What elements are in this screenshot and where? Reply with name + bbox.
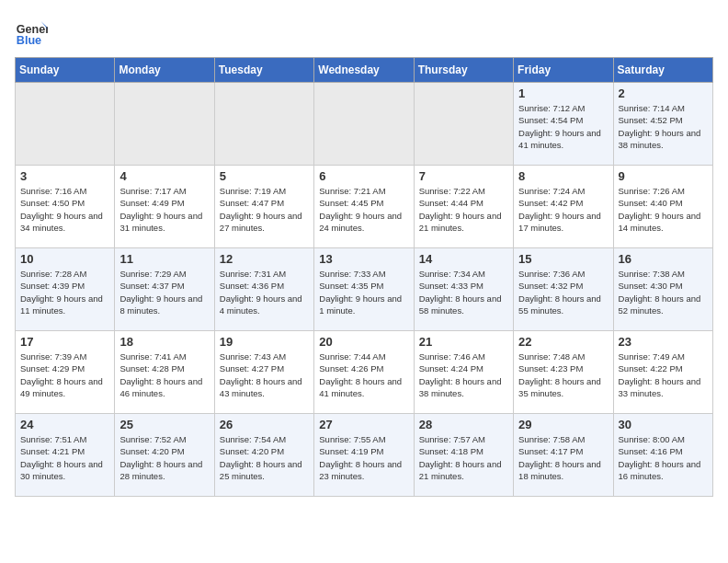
weekday-header: Monday <box>115 58 214 83</box>
day-info: Sunrise: 7:52 AM Sunset: 4:20 PM Dayligh… <box>119 433 209 482</box>
day-number: 20 <box>319 335 408 349</box>
logo: General Blue <box>15 15 51 48</box>
day-info: Sunrise: 7:46 AM Sunset: 4:24 PM Dayligh… <box>419 350 508 399</box>
day-info: Sunrise: 7:12 AM Sunset: 4:54 PM Dayligh… <box>518 102 608 151</box>
day-info: Sunrise: 7:24 AM Sunset: 4:42 PM Dayligh… <box>518 185 608 234</box>
day-number: 3 <box>20 169 109 183</box>
day-info: Sunrise: 7:33 AM Sunset: 4:35 PM Dayligh… <box>319 268 408 316</box>
day-number: 21 <box>419 335 508 349</box>
day-info: Sunrise: 7:48 AM Sunset: 4:23 PM Dayligh… <box>518 350 608 399</box>
calendar-day-cell <box>16 83 115 166</box>
day-number: 26 <box>220 418 309 431</box>
day-info: Sunrise: 7:49 AM Sunset: 4:22 PM Dayligh… <box>619 350 708 399</box>
calendar-day-cell: 2Sunrise: 7:14 AM Sunset: 4:52 PM Daylig… <box>613 83 712 166</box>
day-info: Sunrise: 7:17 AM Sunset: 4:49 PM Dayligh… <box>119 185 209 234</box>
day-info: Sunrise: 7:41 AM Sunset: 4:28 PM Dayligh… <box>119 350 209 399</box>
day-info: Sunrise: 7:43 AM Sunset: 4:27 PM Dayligh… <box>220 350 309 399</box>
calendar-day-cell: 23Sunrise: 7:49 AM Sunset: 4:22 PM Dayli… <box>613 331 712 414</box>
calendar-week-row: 3Sunrise: 7:16 AM Sunset: 4:50 PM Daylig… <box>16 166 713 248</box>
calendar-day-cell: 18Sunrise: 7:41 AM Sunset: 4:28 PM Dayli… <box>115 331 214 414</box>
day-number: 14 <box>419 252 508 266</box>
day-number: 9 <box>619 169 708 183</box>
day-number: 1 <box>518 86 608 100</box>
calendar-day-cell: 1Sunrise: 7:12 AM Sunset: 4:54 PM Daylig… <box>514 83 613 166</box>
day-number: 2 <box>619 86 708 100</box>
day-info: Sunrise: 7:29 AM Sunset: 4:37 PM Dayligh… <box>119 268 209 316</box>
day-number: 10 <box>20 252 109 266</box>
calendar-day-cell <box>314 83 414 166</box>
day-number: 15 <box>518 252 608 266</box>
day-number: 17 <box>20 335 109 349</box>
calendar-day-cell <box>214 83 313 166</box>
calendar-week-row: 17Sunrise: 7:39 AM Sunset: 4:29 PM Dayli… <box>16 331 713 414</box>
day-info: Sunrise: 7:39 AM Sunset: 4:29 PM Dayligh… <box>20 350 109 399</box>
page-header: General Blue <box>15 15 713 48</box>
day-info: Sunrise: 8:00 AM Sunset: 4:16 PM Dayligh… <box>619 433 708 482</box>
calendar-day-cell: 20Sunrise: 7:44 AM Sunset: 4:26 PM Dayli… <box>314 331 414 414</box>
calendar-day-cell: 17Sunrise: 7:39 AM Sunset: 4:29 PM Dayli… <box>16 331 115 414</box>
day-info: Sunrise: 7:36 AM Sunset: 4:32 PM Dayligh… <box>518 268 608 316</box>
weekday-header: Friday <box>514 58 613 83</box>
day-number: 29 <box>518 418 608 431</box>
calendar-day-cell: 14Sunrise: 7:34 AM Sunset: 4:33 PM Dayli… <box>414 248 513 331</box>
calendar-day-cell <box>414 83 513 166</box>
day-info: Sunrise: 7:31 AM Sunset: 4:36 PM Dayligh… <box>220 268 309 316</box>
calendar-day-cell: 30Sunrise: 8:00 AM Sunset: 4:16 PM Dayli… <box>613 414 712 497</box>
calendar-day-cell: 15Sunrise: 7:36 AM Sunset: 4:32 PM Dayli… <box>514 248 613 331</box>
calendar-day-cell: 5Sunrise: 7:19 AM Sunset: 4:47 PM Daylig… <box>214 166 313 248</box>
weekday-header: Sunday <box>16 58 115 83</box>
day-info: Sunrise: 7:19 AM Sunset: 4:47 PM Dayligh… <box>220 185 309 234</box>
day-info: Sunrise: 7:44 AM Sunset: 4:26 PM Dayligh… <box>319 350 408 399</box>
calendar-week-row: 24Sunrise: 7:51 AM Sunset: 4:21 PM Dayli… <box>16 414 713 497</box>
calendar-table: SundayMondayTuesdayWednesdayThursdayFrid… <box>15 57 713 497</box>
day-number: 25 <box>119 418 209 431</box>
day-number: 24 <box>20 418 109 431</box>
calendar-week-row: 1Sunrise: 7:12 AM Sunset: 4:54 PM Daylig… <box>16 83 713 166</box>
svg-text:Blue: Blue <box>17 34 41 47</box>
day-info: Sunrise: 7:55 AM Sunset: 4:19 PM Dayligh… <box>319 433 408 482</box>
calendar-day-cell: 7Sunrise: 7:22 AM Sunset: 4:44 PM Daylig… <box>414 166 513 248</box>
day-number: 28 <box>419 418 508 431</box>
calendar-day-cell: 26Sunrise: 7:54 AM Sunset: 4:20 PM Dayli… <box>214 414 313 497</box>
day-number: 23 <box>619 335 708 349</box>
day-info: Sunrise: 7:16 AM Sunset: 4:50 PM Dayligh… <box>20 185 109 234</box>
day-info: Sunrise: 7:21 AM Sunset: 4:45 PM Dayligh… <box>319 185 408 234</box>
calendar-day-cell: 21Sunrise: 7:46 AM Sunset: 4:24 PM Dayli… <box>414 331 513 414</box>
day-number: 6 <box>319 169 408 183</box>
day-number: 19 <box>220 335 309 349</box>
calendar-day-cell: 19Sunrise: 7:43 AM Sunset: 4:27 PM Dayli… <box>214 331 313 414</box>
calendar-day-cell: 9Sunrise: 7:26 AM Sunset: 4:40 PM Daylig… <box>613 166 712 248</box>
weekday-header: Tuesday <box>214 58 313 83</box>
day-info: Sunrise: 7:28 AM Sunset: 4:39 PM Dayligh… <box>20 268 109 316</box>
calendar-day-cell: 3Sunrise: 7:16 AM Sunset: 4:50 PM Daylig… <box>16 166 115 248</box>
calendar-day-cell: 24Sunrise: 7:51 AM Sunset: 4:21 PM Dayli… <box>16 414 115 497</box>
day-info: Sunrise: 7:14 AM Sunset: 4:52 PM Dayligh… <box>619 102 708 151</box>
day-number: 18 <box>119 335 209 349</box>
day-number: 4 <box>119 169 209 183</box>
day-info: Sunrise: 7:54 AM Sunset: 4:20 PM Dayligh… <box>220 433 309 482</box>
calendar-day-cell: 6Sunrise: 7:21 AM Sunset: 4:45 PM Daylig… <box>314 166 414 248</box>
day-info: Sunrise: 7:26 AM Sunset: 4:40 PM Dayligh… <box>619 185 708 234</box>
day-number: 30 <box>619 418 708 431</box>
calendar-day-cell: 28Sunrise: 7:57 AM Sunset: 4:18 PM Dayli… <box>414 414 513 497</box>
weekday-header: Saturday <box>613 58 712 83</box>
day-number: 12 <box>220 252 309 266</box>
day-number: 8 <box>518 169 608 183</box>
logo-icon: General Blue <box>15 15 48 48</box>
day-number: 7 <box>419 169 508 183</box>
calendar-day-cell: 12Sunrise: 7:31 AM Sunset: 4:36 PM Dayli… <box>214 248 313 331</box>
day-number: 16 <box>619 252 708 266</box>
weekday-header: Thursday <box>414 58 513 83</box>
calendar-day-cell: 25Sunrise: 7:52 AM Sunset: 4:20 PM Dayli… <box>115 414 214 497</box>
day-number: 22 <box>518 335 608 349</box>
calendar-day-cell: 11Sunrise: 7:29 AM Sunset: 4:37 PM Dayli… <box>115 248 214 331</box>
calendar-day-cell: 29Sunrise: 7:58 AM Sunset: 4:17 PM Dayli… <box>514 414 613 497</box>
calendar-day-cell: 16Sunrise: 7:38 AM Sunset: 4:30 PM Dayli… <box>613 248 712 331</box>
day-info: Sunrise: 7:51 AM Sunset: 4:21 PM Dayligh… <box>20 433 109 482</box>
calendar-day-cell <box>115 83 214 166</box>
calendar-day-cell: 10Sunrise: 7:28 AM Sunset: 4:39 PM Dayli… <box>16 248 115 331</box>
weekday-header: Wednesday <box>314 58 414 83</box>
day-info: Sunrise: 7:58 AM Sunset: 4:17 PM Dayligh… <box>518 433 608 482</box>
day-number: 11 <box>119 252 209 266</box>
day-info: Sunrise: 7:57 AM Sunset: 4:18 PM Dayligh… <box>419 433 508 482</box>
